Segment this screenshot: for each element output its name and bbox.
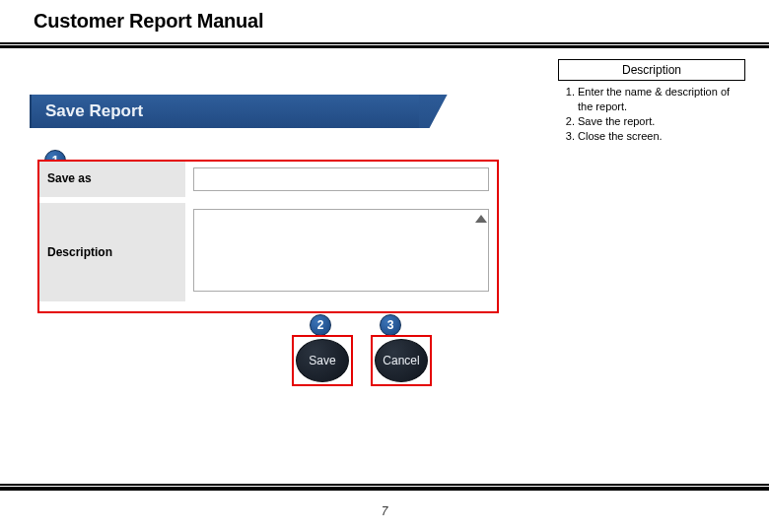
save-as-label: Save as — [39, 162, 185, 200]
description-input[interactable] — [193, 209, 489, 292]
title-divider — [0, 42, 769, 48]
page-number: 7 — [0, 504, 769, 518]
scroll-up-icon — [475, 215, 487, 223]
save-as-input[interactable] — [193, 167, 489, 191]
page-title: Customer Report Manual — [34, 10, 769, 33]
form-highlight-box: Save as Description — [37, 160, 499, 313]
dialog-header: Save Report — [30, 95, 419, 128]
description-item: Enter the name & description of the repo… — [578, 85, 745, 114]
description-item: Save the report. — [578, 114, 745, 129]
save-button[interactable]: Save — [296, 339, 349, 382]
callout-marker-2: 2 — [310, 314, 331, 336]
description-list: Enter the name & description of the repo… — [558, 85, 745, 143]
callout-marker-3: 3 — [380, 314, 401, 336]
description-label: Description — [39, 200, 185, 304]
footer-divider — [0, 484, 769, 491]
cancel-button[interactable]: Cancel — [375, 339, 428, 382]
description-item: Close the screen. — [578, 129, 745, 144]
cancel-button-highlight: Cancel — [371, 335, 432, 386]
dialog-header-decor — [419, 95, 478, 128]
description-heading: Description — [558, 59, 745, 81]
save-button-highlight: Save — [292, 335, 353, 386]
